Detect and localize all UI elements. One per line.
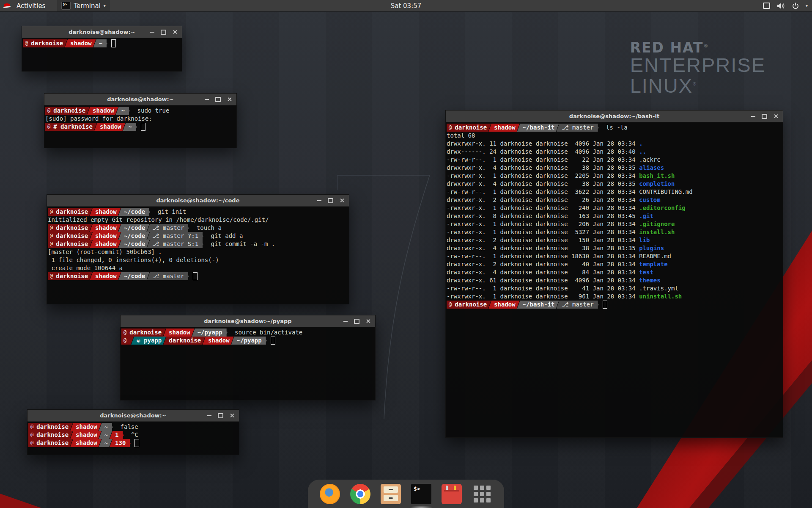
prompt-segment-path: ~/pyapp	[192, 329, 227, 337]
close-icon[interactable]	[340, 198, 344, 203]
window-titlebar[interactable]: darknoise@shadow:~	[27, 410, 239, 422]
prompt-icon: @	[449, 301, 452, 309]
prompt-segment-user: @darknoise	[48, 224, 92, 232]
dock-toolbox-icon[interactable]	[442, 484, 462, 504]
close-icon[interactable]	[774, 114, 778, 119]
terminal-cursor[interactable]	[603, 301, 607, 309]
ls-row: drwxrwxr-x. 61 darknoise darknoise 4096 …	[447, 276, 783, 284]
window-indicator-icon[interactable]	[763, 3, 770, 9]
terminal-prompt-line: @darknoiseshadow~ false	[28, 423, 239, 431]
dock-app-grid-icon[interactable]	[472, 484, 492, 504]
close-icon[interactable]	[366, 319, 370, 323]
window-titlebar[interactable]: darknoise@shadow:~/pyapp	[121, 315, 375, 327]
maximize-icon[interactable]	[762, 114, 767, 119]
clock[interactable]: Sat 03:57	[391, 2, 422, 10]
window-titlebar[interactable]: darknoise@shadow:~	[44, 94, 236, 105]
prompt-icon: @	[50, 224, 53, 232]
prompt-icon: @	[50, 240, 53, 248]
ls-row: drwxrwxr-x. 4 darknoise darknoise 38 Jan…	[447, 244, 783, 252]
ls-row: drwxrwxr-x. 2 darknoise darknoise 150 Ja…	[447, 236, 783, 244]
ls-filename: .editorconfig	[639, 204, 686, 211]
ls-filename: plugins	[639, 245, 664, 251]
prompt-icon: @	[47, 123, 50, 131]
app-menu-terminal[interactable]: $> Terminal ▾	[57, 0, 110, 11]
ls-filename: completion	[639, 180, 675, 187]
prompt-segment-host: shadow	[90, 232, 121, 240]
terminal-cursor[interactable]	[193, 272, 198, 280]
close-icon[interactable]	[230, 413, 234, 418]
command-text: ls -la	[599, 124, 628, 132]
prompt-segment-host: shadow	[70, 439, 102, 447]
minimize-icon[interactable]	[343, 321, 348, 322]
prompt-icon: @	[50, 208, 53, 216]
terminal-cursor[interactable]	[141, 123, 145, 131]
window-titlebar[interactable]: darknoise@shadow:~/bash-it	[446, 110, 783, 122]
dock-terminal-icon[interactable]: $>	[411, 484, 431, 504]
prompt-segment-venv: ☯ pyapp	[131, 337, 166, 345]
minimize-icon[interactable]	[751, 116, 755, 117]
terminal-content[interactable]: @darknoiseshadow~/pyapp source bin/activ…	[121, 327, 375, 400]
minimize-icon[interactable]	[207, 415, 211, 416]
terminal-prompt-line: @darknoiseshadow~/code⎇ master ?:1 git a…	[48, 232, 349, 240]
prompt-segment-user: @darknoise	[28, 431, 73, 439]
prompt-segment-git: ⎇ master	[557, 124, 598, 132]
ls-row: drwxrwxr-x. 11 darknoise darknoise 4096 …	[447, 140, 783, 148]
ls-filename: .travis.yml	[639, 285, 678, 292]
terminal-window-pyapp: darknoise@shadow:~/pyapp @darknoiseshado…	[120, 315, 376, 400]
prompt-segment-path: ~/bash-it	[517, 301, 559, 309]
command-text: ^C	[124, 431, 138, 439]
minimize-icon[interactable]	[205, 99, 209, 100]
window-titlebar[interactable]: darknoise@shadow:~	[22, 26, 182, 38]
activities-button[interactable]: Activities	[14, 2, 48, 10]
terminal-window-home-2: darknoise@shadow:~ @darknoiseshadow~ fal…	[27, 409, 239, 455]
power-icon[interactable]	[792, 3, 799, 9]
terminal-content[interactable]: @darknoiseshadow~/code git initInitializ…	[47, 207, 349, 304]
prompt-segment-user: @darknoise	[28, 439, 73, 447]
maximize-icon[interactable]	[161, 30, 166, 35]
prompt-segment-host: shadow	[94, 123, 126, 131]
prompt-icon: @	[30, 439, 33, 447]
dock-firefox-icon[interactable]	[320, 484, 340, 504]
maximize-icon[interactable]	[328, 198, 333, 203]
minimize-icon[interactable]	[317, 200, 321, 201]
terminal-content[interactable]: @darknoiseshadow~	[22, 38, 182, 71]
window-title: darknoise@shadow:~/bash-it	[569, 113, 659, 119]
prompt-segment-path: ~/code	[118, 208, 150, 216]
volume-icon[interactable]	[777, 3, 785, 9]
terminal-output-line: Initialized empty Git repository in /hom…	[48, 216, 349, 224]
terminal-content[interactable]: @darknoiseshadow~ sudo true[sudo] passwo…	[44, 105, 236, 148]
dock-file-manager-icon[interactable]	[381, 484, 401, 504]
prompt-icon: @	[449, 124, 452, 132]
maximize-icon[interactable]	[215, 97, 221, 102]
ls-filename: .gitignore	[639, 221, 675, 227]
terminal-prompt-line: @darknoiseshadow~/code⎇ master	[48, 272, 349, 280]
maximize-icon[interactable]	[218, 413, 223, 418]
prompt-segment-host: shadow	[70, 423, 102, 431]
ls-filename: .git	[639, 213, 653, 219]
prompt-segment-user: @darknoise	[45, 107, 90, 115]
ls-filename: CONTRIBUTING.md	[639, 188, 692, 195]
window-titlebar[interactable]: darknoise@shadow:~/code	[47, 195, 349, 207]
registered-mark: ®	[704, 43, 709, 49]
minimize-icon[interactable]	[150, 32, 154, 33]
maximize-icon[interactable]	[354, 319, 359, 324]
terminal-output-line: 1 file changed, 0 insertions(+), 0 delet…	[48, 256, 349, 264]
dock-chrome-icon[interactable]	[350, 484, 370, 504]
command-text: git init	[150, 208, 186, 216]
prompt-segment-path: ~/pyapp	[231, 337, 266, 345]
registered-mark: ®	[693, 82, 697, 87]
terminal-cursor[interactable]	[111, 39, 116, 47]
close-icon[interactable]	[173, 30, 177, 34]
terminal-app-icon: $>	[61, 2, 71, 10]
prompt-icon: @	[25, 39, 28, 47]
ls-filename: themes	[639, 277, 661, 284]
terminal-content[interactable]: @darknoiseshadow~ false@darknoiseshadow~…	[27, 422, 239, 455]
prompt-segment-host: shadow	[90, 272, 121, 280]
caret-down-icon[interactable]: ▾	[806, 3, 808, 8]
terminal-content[interactable]: @darknoiseshadow~/bash-it⎇ master ls -la…	[446, 122, 783, 437]
prompt-segment-user: @# darknoise	[45, 123, 97, 131]
ls-filename: README.md	[639, 253, 671, 260]
close-icon[interactable]	[227, 97, 232, 102]
terminal-cursor[interactable]	[134, 439, 139, 447]
terminal-cursor[interactable]	[271, 337, 275, 345]
